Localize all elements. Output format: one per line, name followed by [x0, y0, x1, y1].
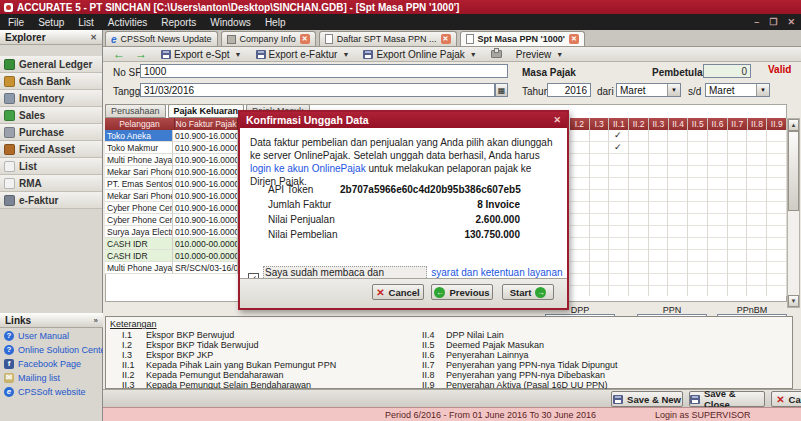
- menu-reports[interactable]: Reports: [161, 17, 196, 28]
- tab-close-icon[interactable]: ✕: [300, 34, 310, 44]
- col-no-faktur-pajak[interactable]: No Faktur Pajak: [175, 118, 238, 130]
- table-row[interactable]: Mekar Sari Phone 010.900-16.00000002: [105, 166, 238, 178]
- col-II4[interactable]: II.4: [669, 118, 689, 130]
- tab-cpssoft-news[interactable]: e CPSSoft News Update: [105, 31, 218, 46]
- table-row[interactable]: Mekar Sari Phone 010.900-16.00000004: [105, 190, 238, 202]
- calendar-icon[interactable]: ▦: [495, 83, 508, 97]
- menu-file[interactable]: File: [8, 17, 24, 28]
- forward-arrow-icon[interactable]: →: [135, 47, 147, 61]
- menu-list[interactable]: List: [78, 17, 94, 28]
- pelanggan-cell[interactable]: Mekar Sari Phone: [105, 190, 173, 202]
- pelanggan-cell[interactable]: Cyber Phone Centre: [105, 214, 173, 226]
- table-row[interactable]: Toko Aneka 010.900-16.00000008: [105, 130, 238, 142]
- tab-close-icon[interactable]: ✕: [569, 34, 579, 44]
- tab-spt-masa-ppn[interactable]: Spt Masa PPN '1000' ✕: [460, 31, 585, 46]
- link-user-manual[interactable]: ? User Manual: [0, 330, 103, 342]
- sidebar-item-sales[interactable]: Sales: [0, 107, 102, 124]
- save-new-button[interactable]: Save & New: [611, 391, 683, 407]
- col-II2[interactable]: II.2: [629, 118, 649, 130]
- table-row[interactable]: CASH IDR 010.000-00.00000000: [105, 250, 238, 262]
- export-efaktur-button[interactable]: Export e-Faktur ▼: [256, 49, 350, 60]
- preview-button[interactable]: Preview ▼: [516, 49, 564, 60]
- links-collapse-icon[interactable]: »: [94, 316, 98, 325]
- pelanggan-cell[interactable]: Multi Phone Jaya: [105, 262, 173, 274]
- sidebar-item-inventory[interactable]: Inventory: [0, 90, 102, 107]
- sidebar-item-fixed-asset[interactable]: Fixed Asset: [0, 141, 102, 158]
- cancel-button[interactable]: ✕ Cancel: [771, 391, 801, 407]
- link-online-solution-center[interactable]: ? Online Solution Center: [0, 344, 103, 356]
- pelanggan-cell[interactable]: Toko Makmur: [105, 142, 173, 154]
- link-cpssoft-website[interactable]: e CPSSoft website: [0, 386, 103, 398]
- faktur-cell[interactable]: 010.900-16.00000006: [173, 214, 238, 226]
- scrollbar-thumb[interactable]: [788, 131, 799, 211]
- col-II6[interactable]: II.6: [708, 118, 728, 130]
- minimize-icon[interactable]: –: [754, 17, 759, 27]
- col-II9[interactable]: II.9: [767, 118, 787, 130]
- tab-perusahaan[interactable]: Perusahaan: [105, 104, 166, 118]
- pelanggan-cell[interactable]: CASH IDR: [105, 238, 173, 250]
- tab-close-icon[interactable]: ✕: [441, 34, 451, 44]
- dialog-close-icon[interactable]: ✕: [553, 115, 561, 125]
- restore-icon[interactable]: ❐: [769, 17, 777, 27]
- menu-setup[interactable]: Setup: [38, 17, 64, 28]
- explorer-close-icon[interactable]: ✕: [90, 33, 97, 42]
- faktur-cell[interactable]: 010.900-16.00000002: [173, 166, 238, 178]
- sidebar-item-list[interactable]: List: [0, 158, 102, 175]
- menu-help[interactable]: Help: [265, 17, 286, 28]
- dialog-start-button[interactable]: Start →: [502, 284, 554, 300]
- pelanggan-cell[interactable]: CASH IDR: [105, 250, 173, 262]
- dialog-previous-button[interactable]: ← Previous: [431, 284, 493, 300]
- pelanggan-cell[interactable]: Surya Jaya Electric: [105, 226, 173, 238]
- save-close-button[interactable]: Save & Close: [689, 391, 765, 407]
- col-II1[interactable]: II.1: [609, 118, 629, 130]
- col-I2[interactable]: I.2: [570, 118, 590, 130]
- col-II7[interactable]: II.7: [728, 118, 748, 130]
- faktur-cell[interactable]: 010.900-16.00000005: [173, 202, 238, 214]
- pelanggan-cell[interactable]: Toko Aneka: [105, 130, 173, 142]
- faktur-cell[interactable]: 010.000-00.00000000: [173, 250, 238, 262]
- col-pelanggan[interactable]: Pelanggan: [105, 118, 175, 130]
- sidebar-item-general-ledger[interactable]: General Ledger: [0, 56, 102, 73]
- sidebar-item-cash-bank[interactable]: Cash Bank: [0, 73, 102, 90]
- sd-select[interactable]: Maret ▼: [705, 83, 770, 97]
- table-row[interactable]: Toko Makmur 010.900-16.00000009: [105, 142, 238, 154]
- table-row[interactable]: PT. Emas Sentosa 010.900-16.00000003: [105, 178, 238, 190]
- login-onlinepajak-link[interactable]: login ke akun OnlinePajak: [250, 163, 366, 174]
- col-II5[interactable]: II.5: [688, 118, 708, 130]
- pelanggan-cell[interactable]: Mekar Sari Phone: [105, 166, 173, 178]
- faktur-cell[interactable]: 010.900-16.00000001: [173, 154, 238, 166]
- print-button[interactable]: [491, 50, 502, 58]
- sidebar-item-purchase[interactable]: Purchase: [0, 124, 102, 141]
- pelanggan-cell[interactable]: Multi Phone Jaya: [105, 154, 173, 166]
- faktur-cell[interactable]: 010.900-16.00000004: [173, 190, 238, 202]
- back-arrow-icon[interactable]: ←: [113, 47, 125, 61]
- export-online-pajak-button[interactable]: Export Online Pajak ▼: [363, 49, 476, 60]
- pelanggan-cell[interactable]: Cyber Phone Centre: [105, 202, 173, 214]
- tahun-input[interactable]: 2016: [547, 83, 591, 97]
- col-II8[interactable]: II.8: [748, 118, 768, 130]
- table-row[interactable]: Cyber Phone Centre 010.900-16.00000006: [105, 214, 238, 226]
- faktur-cell[interactable]: 010.900-16.00000008: [173, 130, 238, 142]
- close-icon[interactable]: ✕: [787, 17, 795, 27]
- tab-daftar-spt[interactable]: Daftar SPT Masa PPN ... ✕: [319, 31, 457, 46]
- sidebar-item-rma[interactable]: RMA: [0, 175, 102, 192]
- link-facebook-page[interactable]: f Facebook Page: [0, 358, 103, 370]
- scroll-up-icon[interactable]: ▲: [788, 119, 799, 131]
- faktur-cell[interactable]: 010.900-16.00000003: [173, 178, 238, 190]
- col-I3[interactable]: I.3: [590, 118, 610, 130]
- tanggal-input[interactable]: 31/03/2016: [140, 83, 495, 97]
- export-espt-button[interactable]: Export e-Spt ▼: [161, 49, 242, 60]
- faktur-cell[interactable]: 010.000-00.00000000: [173, 238, 238, 250]
- table-scrollbar[interactable]: ▲ ▼: [787, 118, 800, 308]
- faktur-cell[interactable]: 010.900-16.00000007: [173, 226, 238, 238]
- table-row[interactable]: CASH IDR 010.000-00.00000000: [105, 238, 238, 250]
- tab-pajak-keluaran[interactable]: Pajak Keluaran: [168, 104, 245, 118]
- faktur-cell[interactable]: 010.900-16.00000009: [173, 142, 238, 154]
- pelanggan-cell[interactable]: PT. Emas Sentosa: [105, 178, 173, 190]
- dari-select[interactable]: Maret ▼: [616, 83, 681, 97]
- table-row[interactable]: Multi Phone Jaya 010.900-16.00000001: [105, 154, 238, 166]
- menu-windows[interactable]: Windows: [210, 17, 251, 28]
- tab-company-info[interactable]: Company Info ✕: [221, 31, 316, 46]
- table-row[interactable]: Cyber Phone Centre 010.900-16.00000005: [105, 202, 238, 214]
- link-mailing-list[interactable]: ✉ Mailing list: [0, 372, 103, 384]
